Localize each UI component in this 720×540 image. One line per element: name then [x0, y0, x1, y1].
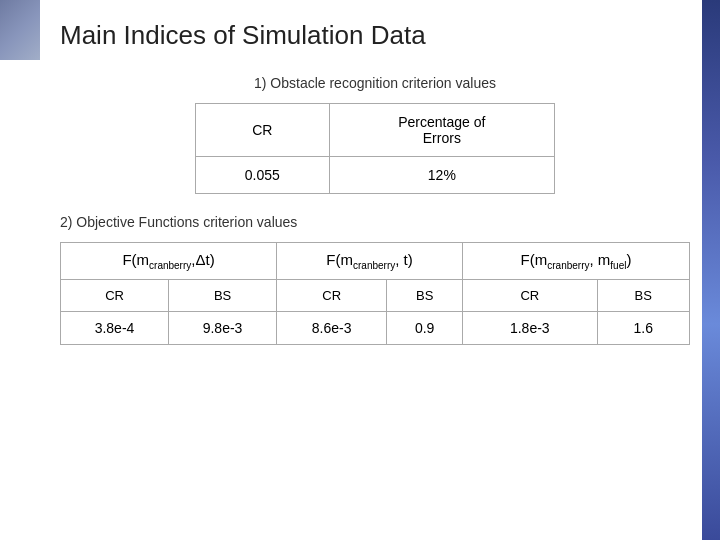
table1: CR Percentage ofErrors 0.055 12%: [195, 103, 555, 194]
table2-subheader-bs3: BS: [597, 280, 690, 312]
section1-title: 1) Obstacle recognition criterion values: [60, 75, 690, 91]
table2-subheader-bs2: BS: [387, 280, 463, 312]
table2-col1-header: F(mcranberry,Δt): [61, 243, 277, 280]
table2-cell-2: 9.8e-3: [169, 312, 277, 345]
decorative-corner-right: [702, 0, 720, 540]
table2-cell-4: 0.9: [387, 312, 463, 345]
main-content: Main Indices of Simulation Data 1) Obsta…: [60, 20, 690, 520]
table2-subheader-cr2: CR: [277, 280, 387, 312]
table1-wrapper: CR Percentage ofErrors 0.055 12%: [60, 103, 690, 194]
table2-cell-6: 1.6: [597, 312, 690, 345]
table1-header-cr: CR: [196, 104, 330, 157]
table1-cell-cr: 0.055: [196, 157, 330, 194]
decorative-corner-left: [0, 0, 40, 60]
table2-subheader-cr3: CR: [463, 280, 597, 312]
table1-cell-errors: 12%: [329, 157, 554, 194]
page-title: Main Indices of Simulation Data: [60, 20, 690, 51]
table1-header-errors: Percentage ofErrors: [329, 104, 554, 157]
table2-subheader-cr1: CR: [61, 280, 169, 312]
table2-cell-5: 1.8e-3: [463, 312, 597, 345]
table2-cell-3: 8.6e-3: [277, 312, 387, 345]
table2-wrapper: 2) Objective Functions criterion values …: [60, 214, 690, 345]
table2-subheader-bs1: BS: [169, 280, 277, 312]
table2-col3-header: F(mcranberry, mfuel): [463, 243, 690, 280]
section2-title: 2) Objective Functions criterion values: [60, 214, 690, 230]
table2: F(mcranberry,Δt) F(mcranberry, t) F(mcra…: [60, 242, 690, 345]
table2-cell-1: 3.8e-4: [61, 312, 169, 345]
table2-col2-header: F(mcranberry, t): [277, 243, 463, 280]
